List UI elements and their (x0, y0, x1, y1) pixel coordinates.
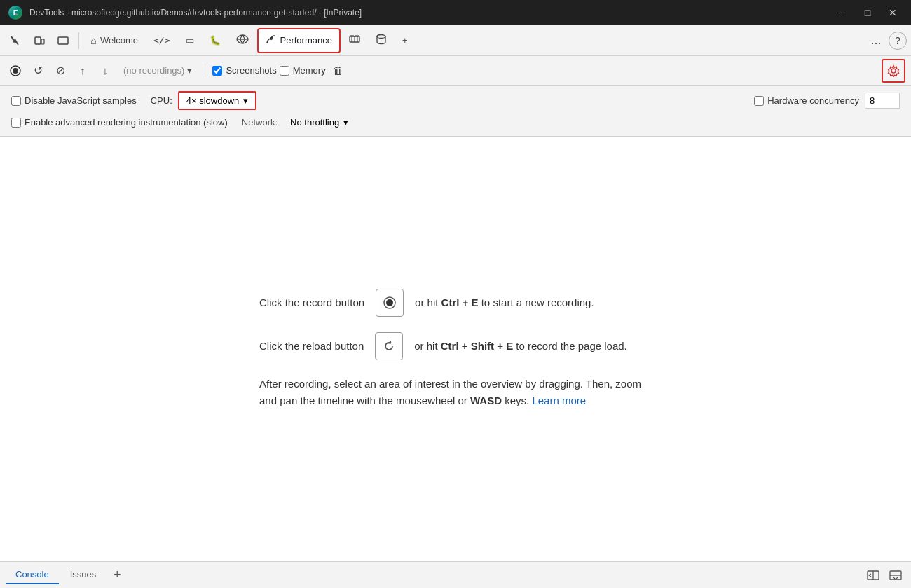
dock-btn[interactable] (863, 566, 883, 585)
disable-js-text: Disable JavaScript samples (25, 95, 137, 106)
memory-checkbox-label[interactable]: Memory (280, 65, 326, 76)
cpu-label: CPU: (151, 95, 172, 106)
network-dropdown-arrow: ▾ (343, 117, 348, 128)
network-icon (236, 34, 249, 47)
add-bottom-tab-btn[interactable]: + (107, 566, 127, 585)
performance-icon (266, 34, 277, 46)
svg-point-18 (386, 299, 393, 306)
svg-rect-2 (58, 37, 68, 44)
reload-suffix: to record the page load. (516, 340, 626, 352)
reload-button-demo (375, 332, 403, 360)
no-recordings-text: (no recordings) (123, 65, 184, 76)
memory-icon (349, 34, 360, 47)
memory-label: Memory (293, 65, 326, 76)
svg-rect-0 (35, 37, 41, 44)
settings-button[interactable] (882, 59, 905, 83)
instruction-note: After recording, select an area of inter… (259, 376, 652, 409)
elements-icon: </> (153, 35, 170, 46)
more-tools-btn[interactable]: ... (865, 29, 887, 52)
rendering-label[interactable]: Enable advanced rendering instrumentatio… (11, 117, 228, 128)
devtools-toolbar: ⌂ Welcome </> ▭ 🐛 Performance + ... ? (0, 25, 911, 56)
browser-icon: E (8, 6, 22, 20)
close-button[interactable]: ✕ (883, 4, 903, 21)
rendering-checkbox[interactable] (11, 118, 21, 128)
svg-point-16 (13, 68, 18, 74)
rendering-text: Enable advanced rendering instrumentatio… (25, 117, 228, 128)
memory-checkbox[interactable] (280, 66, 289, 76)
recording-toolbar: ↺ ⊘ ↑ ↓ (no recordings) ▾ Screenshots Me… (0, 56, 911, 86)
import-button[interactable]: ↑ (73, 61, 93, 81)
home-icon: ⌂ (90, 34, 97, 46)
window-controls: − □ ✕ (833, 4, 903, 21)
inspect-element-btn[interactable] (4, 29, 27, 52)
tab-add[interactable]: + (395, 28, 415, 53)
rec-divider-1 (205, 64, 205, 78)
record-suffix: to start a new recording. (481, 296, 594, 308)
screenshots-label: Screenshots (226, 65, 276, 76)
network-section: Network: No throttling ▾ (242, 114, 355, 130)
svg-rect-1 (41, 39, 44, 44)
instructions-panel: Click the record button or hit Ctrl + E … (245, 275, 666, 423)
add-tab-icon: + (402, 35, 408, 46)
minimize-button[interactable]: − (833, 4, 852, 21)
reload-shortcut-text: or hit Ctrl + Shift + E to record the pa… (414, 337, 627, 355)
cpu-section: CPU: 4× slowdown ▾ (151, 91, 257, 110)
console-icon: ▭ (186, 35, 194, 46)
export-button[interactable]: ↓ (95, 61, 115, 81)
maximize-button[interactable]: □ (858, 4, 877, 21)
record-instruction-row: Click the record button or hit Ctrl + E … (259, 289, 652, 317)
delete-recording-btn[interactable]: 🗑 (329, 61, 348, 81)
disable-js-label[interactable]: Disable JavaScript samples (11, 95, 137, 106)
wasd-text: WASD (470, 395, 502, 406)
toolbar-divider-1 (78, 32, 79, 49)
network-value: No throttling (290, 117, 339, 128)
help-btn[interactable]: ? (889, 32, 907, 50)
storage-icon (376, 34, 387, 47)
ctrl-e-shortcut: Ctrl + E (441, 296, 479, 308)
tab-welcome[interactable]: ⌂ Welcome (83, 28, 145, 53)
tab-elements[interactable]: </> (146, 28, 177, 53)
settings-line-2: Enable advanced rendering instrumentatio… (11, 114, 900, 130)
disable-js-checkbox[interactable] (11, 96, 21, 106)
record-button-demo (376, 289, 404, 317)
network-dropdown[interactable]: No throttling ▾ (283, 114, 355, 130)
reload-prefix-text: Click the reload button (259, 337, 364, 355)
reload-record-button[interactable]: ↺ (28, 61, 48, 81)
reload-instruction-row: Click the reload button or hit Ctrl + Sh… (259, 332, 652, 360)
tab-memory[interactable] (342, 28, 367, 53)
hw-concurrency-checkbox[interactable] (754, 96, 764, 106)
title-text: DevTools - microsoftedge.github.io/Demos… (29, 8, 826, 18)
issues-tab[interactable]: Issues (60, 566, 107, 584)
cpu-dropdown-arrow: ▾ (243, 95, 248, 106)
cpu-value: 4× slowdown (186, 95, 240, 106)
device-emulation-btn[interactable] (28, 29, 50, 52)
tab-storage[interactable] (369, 28, 394, 53)
bug-icon: 🐛 (210, 35, 221, 46)
tab-network[interactable] (229, 28, 256, 53)
bottom-right-buttons (863, 566, 905, 585)
screenshots-checkbox-label[interactable]: Screenshots (212, 65, 276, 76)
learn-more-link[interactable]: Learn more (532, 395, 586, 406)
hw-label-text: Hardware concurrency (767, 95, 859, 106)
svg-point-14 (377, 35, 385, 39)
tab-performance[interactable]: Performance (257, 28, 341, 53)
undock-btn[interactable] (886, 566, 905, 585)
tab-performance-label: Performance (280, 35, 332, 46)
title-bar: E DevTools - microsoftedge.github.io/Dem… (0, 0, 911, 25)
console-tab[interactable]: Console (6, 566, 59, 584)
tab-sources[interactable]: 🐛 (203, 28, 228, 53)
note-keys: keys. (505, 395, 529, 406)
dropdown-arrow-icon: ▾ (187, 65, 192, 76)
clear-button[interactable]: ⊘ (50, 61, 70, 81)
record-button[interactable] (6, 61, 25, 81)
recordings-dropdown[interactable]: (no recordings) ▾ (118, 63, 198, 78)
cpu-dropdown[interactable]: 4× slowdown ▾ (178, 91, 257, 110)
settings-panel: Disable JavaScript samples CPU: 4× slowd… (0, 86, 911, 137)
screenshots-checkbox[interactable] (212, 66, 222, 76)
ctrl-shift-e-shortcut: Ctrl + Shift + E (441, 340, 513, 352)
hw-concurrency-label[interactable]: Hardware concurrency (754, 95, 859, 106)
tab-console-top[interactable]: ▭ (179, 28, 201, 53)
screencast-btn[interactable] (52, 29, 74, 52)
hw-concurrency-input[interactable] (865, 93, 900, 109)
record-shortcut-text: or hit Ctrl + E to start a new recording… (415, 294, 594, 312)
